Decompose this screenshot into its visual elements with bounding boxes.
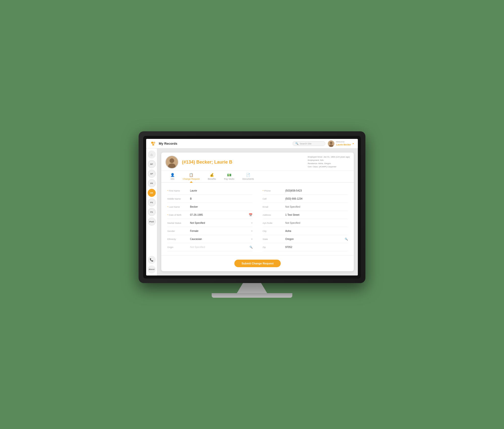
top-bar-right: 🔍 Search Site [293, 140, 354, 147]
sidebar-item-ap[interactable]: AP [148, 170, 156, 178]
meta-cert-class: Cert. Class: (#CARP) Carpenter [308, 165, 350, 169]
input-first-name[interactable] [190, 189, 253, 192]
form-row-email: Email [263, 203, 348, 211]
label-state: State [263, 238, 285, 240]
svg-point-1 [153, 142, 155, 144]
sidebar-item-ipaas[interactable]: iPaaS [148, 218, 156, 226]
monitor-body: My Records 🔍 Search Site [139, 131, 365, 283]
select-marital-status[interactable]: Not Specified ▾ [190, 222, 253, 224]
app-title: My Records [159, 142, 177, 145]
sidebar-item-rp[interactable]: RP [148, 160, 156, 168]
input-apt-suite[interactable] [285, 222, 348, 224]
origin-search-icon[interactable]: 🔍 [249, 246, 253, 249]
search-bar[interactable]: 🔍 Search Site [293, 141, 325, 146]
marital-status-value: Not Specified [190, 222, 251, 224]
state-search-icon[interactable]: 🔍 [345, 238, 348, 240]
input-dob[interactable] [190, 213, 249, 216]
pay-stubs-icon: 💵 [227, 173, 231, 177]
main-card: (#134) Becker; Laurie B Employed Since: … [161, 152, 354, 271]
label-address: Address [263, 214, 285, 216]
form-row-gender: Gender Female ▾ [167, 227, 253, 235]
label-email: Email [263, 206, 285, 208]
tab-change-request[interactable]: 📋 Change Request [179, 171, 204, 182]
meta-employment: Employment: N/A [308, 159, 350, 162]
tabs-bar: 👤 Info 📋 Change Request 💰 [161, 171, 354, 183]
sidebar-item-home[interactable]: ⌂ [148, 150, 156, 159]
form-row-ethnicity: Ethnicity Caucasian ▾ [167, 235, 253, 243]
input-address[interactable] [285, 213, 348, 216]
meta-residence: Residence: Aoha, Oregon [308, 162, 350, 165]
profile-header: (#134) Becker; Laurie B Employed Since: … [161, 152, 354, 171]
top-bar: My Records 🔍 Search Site [146, 139, 358, 148]
label-phone: Phone [263, 190, 285, 192]
sidebar-phone-icon[interactable]: 📞 [148, 256, 156, 264]
label-apt-suite: Apt./Suite [263, 222, 285, 224]
info-icon: 👤 [170, 173, 175, 177]
input-city[interactable] [285, 230, 348, 232]
sidebar-item-fs[interactable]: FS [148, 208, 156, 216]
svg-point-4 [330, 142, 332, 144]
change-request-icon: 📋 [189, 173, 193, 177]
documents-icon: 📄 [246, 173, 250, 177]
input-last-name[interactable] [190, 205, 253, 208]
input-email[interactable] [285, 205, 348, 208]
select-gender[interactable]: Female ▾ [190, 230, 253, 232]
form-row-state: State Oregon 🔍 [263, 235, 348, 243]
search-icon: 🔍 [295, 142, 298, 145]
form-row-address: Address [263, 211, 348, 219]
submit-button[interactable]: Submit Change Request [234, 260, 280, 267]
form-row-zip: Zip [263, 243, 348, 251]
monitor-base [212, 293, 292, 298]
content-area: (#134) Becker; Laurie B Employed Since: … [157, 148, 358, 275]
form-row-cell: Cell [263, 195, 348, 203]
user-text: Welcome: Laurie Becker [336, 141, 351, 146]
profile-avatar [165, 156, 178, 169]
tab-info-label: Info [171, 178, 174, 180]
welcome-label: Welcome: [336, 141, 351, 143]
submit-section: Submit Change Request [161, 255, 354, 271]
gender-value: Female [190, 230, 251, 232]
monitor-wrapper: My Records 🔍 Search Site [139, 131, 365, 298]
tab-documents[interactable]: 📄 Documents [238, 171, 258, 182]
input-middle-name[interactable] [190, 197, 253, 200]
tab-benefits[interactable]: 💰 Benefits [204, 171, 220, 182]
search-placeholder: Search Site [300, 142, 311, 145]
label-first-name: First Name [167, 190, 190, 192]
tab-documents-label: Documents [242, 178, 254, 180]
screen: My Records 🔍 Search Site [146, 139, 358, 275]
main-layout: ⌂ RP AP FR HR PS FS iPaaS 📞 About [146, 148, 358, 275]
avatar [328, 140, 334, 147]
label-origin: Origin [167, 246, 190, 249]
origin-value: Not Specified [190, 246, 249, 249]
benefits-icon: 💰 [210, 173, 214, 177]
calendar-icon[interactable]: 📅 [249, 213, 253, 217]
input-cell[interactable] [285, 197, 348, 200]
sidebar-item-ps[interactable]: PS [148, 198, 156, 206]
label-city: City [263, 230, 285, 232]
sidebar-item-hr[interactable]: HR [148, 189, 156, 197]
chevron-down-icon[interactable]: ▾ [353, 142, 354, 145]
state-value: Oregon [285, 238, 345, 240]
sidebar-about-button[interactable]: About [148, 265, 156, 273]
tab-benefits-label: Benefits [208, 178, 216, 180]
input-phone[interactable] [285, 189, 348, 192]
label-dob: Date of Birth [167, 214, 190, 216]
input-zip[interactable] [285, 246, 348, 249]
label-middle-name: Middle Name [167, 198, 190, 200]
form-section: First Name Middle Name L [161, 183, 354, 255]
tab-pay-stubs[interactable]: 💵 Pay Stubs [220, 171, 238, 182]
label-gender: Gender [167, 230, 190, 232]
svg-point-7 [170, 158, 174, 163]
form-row-last-name: Last Name [167, 203, 253, 211]
label-cell: Cell [263, 198, 285, 200]
form-right-column: Phone Cell Email [263, 187, 348, 251]
label-ethnicity: Ethnicity [167, 238, 190, 240]
user-info: Welcome: Laurie Becker ▾ [328, 140, 354, 147]
sidebar-item-fr[interactable]: FR [148, 179, 156, 187]
screen-bezel: My Records 🔍 Search Site [143, 136, 361, 279]
profile-title: (#134) Becker; Laurie B [182, 160, 232, 165]
select-ethnicity[interactable]: Caucasian ▾ [190, 238, 253, 240]
svg-point-0 [151, 142, 153, 144]
tab-info[interactable]: 👤 Info [166, 171, 179, 182]
form-row-first-name: First Name [167, 187, 253, 195]
